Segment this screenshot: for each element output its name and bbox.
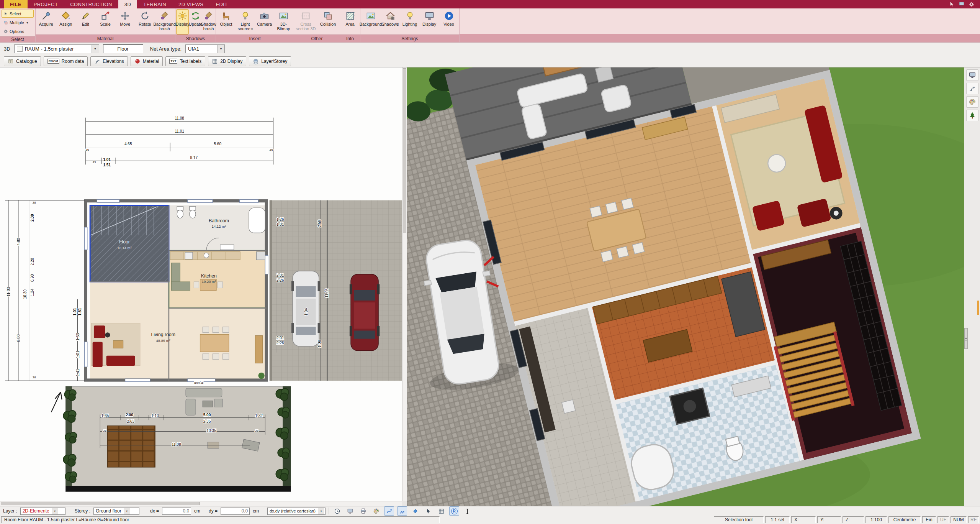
floor-combo[interactable]: Floor bbox=[103, 44, 143, 53]
layer-storey-button[interactable]: Layer/Storey bbox=[249, 56, 291, 66]
background-button[interactable]: Background bbox=[361, 9, 380, 34]
net-area-combo[interactable]: UfA1 ▾ bbox=[185, 44, 225, 53]
menu-tab-3d[interactable]: 3D bbox=[118, 0, 137, 8]
cross-section-3d-button[interactable]: Cross section 3D bbox=[295, 9, 317, 34]
shadow-brush-button[interactable]: Shadow brush bbox=[202, 9, 215, 34]
view-settings-tool[interactable] bbox=[966, 69, 978, 81]
move-button[interactable]: Move bbox=[115, 9, 135, 34]
light-source-button[interactable]: Light source▾ bbox=[236, 9, 255, 34]
red-car-2d[interactable] bbox=[350, 274, 380, 350]
play-icon bbox=[444, 11, 454, 21]
display-settings-button[interactable]: Display bbox=[420, 9, 439, 34]
layer-combo[interactable]: 2D-Elemente ▾ bbox=[20, 508, 65, 515]
rotate-button[interactable]: Rotate bbox=[135, 9, 155, 34]
text-labels-button[interactable]: TXTText labels bbox=[165, 56, 205, 66]
material-panel-button[interactable]: Material bbox=[131, 56, 163, 66]
input-cursor-button[interactable] bbox=[462, 506, 472, 516]
background-brush-button[interactable]: Background brush bbox=[155, 9, 174, 34]
spline-edit-button[interactable] bbox=[384, 506, 394, 516]
svg-text:4.80: 4.80 bbox=[16, 238, 21, 245]
select-cursor-button[interactable] bbox=[423, 506, 433, 516]
svg-text:9.17: 9.17 bbox=[190, 156, 198, 160]
main-area: 11.08 11.01 4.65 5.60 .36 .36 9.17 .83 1… bbox=[0, 67, 980, 506]
pointer-icon[interactable] bbox=[949, 1, 955, 7]
shadow-display-button[interactable]: Display bbox=[176, 9, 189, 34]
z-coordinate: Z: bbox=[843, 516, 864, 523]
scrollbar-thumb[interactable] bbox=[1, 502, 200, 505]
menu-tab-terrain[interactable]: TERRAIN bbox=[137, 0, 172, 8]
view-3d-canvas[interactable] bbox=[407, 67, 964, 506]
menu-tab-project[interactable]: PROJECT bbox=[28, 0, 64, 8]
collision-button[interactable]: Collision bbox=[317, 9, 339, 34]
video-button[interactable]: Video bbox=[439, 9, 458, 34]
shadow-update-button[interactable]: Update bbox=[189, 9, 202, 34]
catalogue-button[interactable]: Catalogue bbox=[4, 56, 41, 66]
scroll-position-indicator[interactable] bbox=[977, 301, 979, 315]
move-points-button[interactable] bbox=[397, 506, 407, 516]
assign-button[interactable]: Assign bbox=[56, 9, 76, 34]
svg-text:2.01: 2.01 bbox=[276, 273, 284, 278]
elevations-button[interactable]: Elevations bbox=[90, 56, 128, 66]
grid-toggle-button[interactable] bbox=[436, 506, 446, 516]
scale-button[interactable]: Scale bbox=[96, 9, 115, 34]
print-preview-button[interactable] bbox=[358, 506, 368, 516]
grid-icon bbox=[212, 58, 218, 64]
book-icon bbox=[8, 58, 14, 64]
options-button[interactable]: Options bbox=[2, 27, 34, 35]
chevron-down-icon: ▾ bbox=[251, 27, 253, 31]
view-mode-label: 3D bbox=[4, 46, 10, 52]
elevations-tool[interactable] bbox=[966, 83, 978, 94]
multiple-button[interactable]: Multiple ▾ bbox=[2, 18, 34, 26]
plan-horizontal-scrollbar[interactable] bbox=[0, 501, 402, 506]
reference-point-button[interactable]: R bbox=[449, 506, 459, 516]
svg-text:10.35: 10.35 bbox=[206, 429, 216, 433]
plan-vertical-scrollbar[interactable] bbox=[402, 67, 407, 501]
edit-button[interactable]: Edit bbox=[76, 9, 95, 34]
scrollbar-thumb[interactable] bbox=[403, 68, 406, 233]
screen-capture-button[interactable] bbox=[345, 506, 355, 516]
group-label-shadows: Shadows bbox=[175, 34, 216, 42]
material-combo[interactable]: RAUM - 1.5cm plaster ▾ bbox=[14, 44, 99, 53]
active-tool: Selection tool bbox=[714, 516, 764, 523]
plan-2d-canvas[interactable]: 11.08 11.01 4.65 5.60 .36 .36 9.17 .83 1… bbox=[0, 67, 402, 501]
shadows-settings-button[interactable]: Shadows bbox=[381, 9, 400, 34]
area-button[interactable]: Area bbox=[341, 9, 359, 34]
menu-tab-construction[interactable]: CONSTRUCTION bbox=[64, 0, 118, 8]
dy-label: dy = bbox=[209, 508, 218, 514]
dx-input[interactable] bbox=[162, 508, 191, 515]
levels-icon bbox=[969, 85, 976, 92]
palette-button[interactable] bbox=[371, 506, 381, 516]
bulb-icon bbox=[240, 11, 250, 21]
lighting-button[interactable]: Lighting bbox=[400, 9, 419, 34]
svg-text:1.24: 1.24 bbox=[30, 289, 34, 296]
svg-text:2.58: 2.58 bbox=[317, 220, 322, 227]
menu-tab-file[interactable]: FILE bbox=[4, 0, 28, 8]
room-data-button[interactable]: ROOMRoom data bbox=[44, 56, 88, 66]
gear-icon bbox=[3, 29, 8, 34]
workspace-icon[interactable] bbox=[959, 1, 965, 7]
net-area-label: Net Area type: bbox=[150, 46, 182, 52]
object-button[interactable]: Object bbox=[217, 9, 236, 34]
snap-button[interactable] bbox=[410, 506, 420, 516]
plants-tool[interactable] bbox=[966, 110, 978, 121]
coord-mode-combo[interactable]: dx,dy (relative cartesian) ▾ bbox=[267, 508, 326, 515]
camera-button[interactable]: Camera bbox=[255, 9, 274, 34]
time-display-button[interactable] bbox=[332, 506, 342, 516]
panel-splitter-handle[interactable] bbox=[964, 328, 968, 349]
settings-icon[interactable] bbox=[969, 1, 975, 7]
select-button[interactable]: Select bbox=[2, 10, 34, 18]
materials-tool[interactable] bbox=[966, 96, 978, 108]
menu-tab-2d-views[interactable]: 2D VIEWS bbox=[172, 0, 209, 8]
panel-bar: Catalogue ROOMRoom data Elevations Mater… bbox=[0, 55, 980, 67]
status-bar: Room Floor RAUM - 1.5cm plaster L=Räume … bbox=[0, 516, 980, 524]
paint-bucket-icon bbox=[61, 11, 71, 21]
ribbon-group-settings: Background Shadows Lighting Display Vide… bbox=[360, 8, 460, 42]
driveway-2d[interactable] bbox=[270, 200, 402, 381]
3d-bitmap-button[interactable]: 3D-Bitmap bbox=[274, 9, 293, 34]
garden-2d[interactable] bbox=[63, 386, 291, 492]
storey-combo[interactable]: Ground floor ▾ bbox=[93, 508, 139, 515]
2d-display-button[interactable]: 2D Display bbox=[208, 56, 246, 66]
acquire-button[interactable]: Acquire bbox=[36, 9, 56, 34]
menu-tab-edit[interactable]: EDIT bbox=[209, 0, 234, 8]
dy-input[interactable] bbox=[221, 508, 250, 515]
